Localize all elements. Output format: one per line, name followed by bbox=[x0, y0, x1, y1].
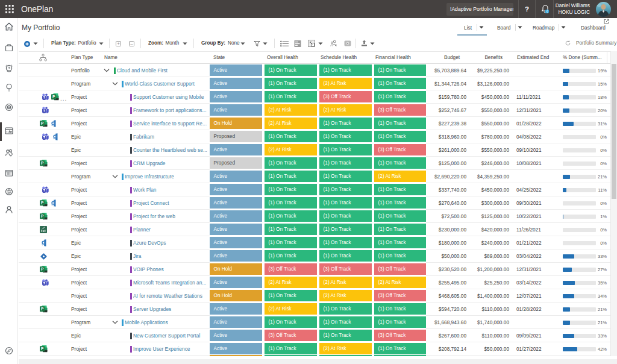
svg-text:P: P bbox=[52, 95, 55, 99]
svg-text:6: 6 bbox=[546, 10, 548, 13]
svg-text:P: P bbox=[41, 121, 44, 125]
svg-text:P: P bbox=[41, 161, 44, 165]
svg-text:P: P bbox=[41, 347, 44, 351]
svg-text:P: P bbox=[41, 201, 44, 205]
svg-text:P: P bbox=[41, 307, 44, 311]
svg-text:P: P bbox=[41, 214, 44, 218]
svg-text:P: P bbox=[41, 267, 44, 271]
